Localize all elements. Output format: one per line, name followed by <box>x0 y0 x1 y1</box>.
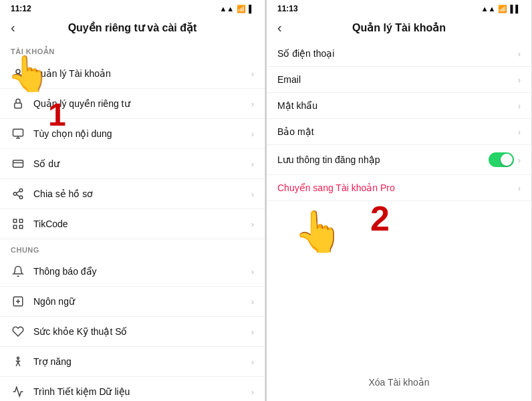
menu-item-tikcode[interactable]: TikCode › <box>0 209 265 239</box>
chevron-icon: › <box>251 357 254 367</box>
svg-point-12 <box>17 357 19 359</box>
menu-item-chuyensang[interactable]: Chuyển sang Tài khoản Pro › <box>267 175 531 201</box>
svg-rect-9 <box>13 225 17 229</box>
menu-label-tikcode: TikCode <box>33 219 251 229</box>
language-icon <box>11 294 25 309</box>
chevron-icon: › <box>518 183 521 193</box>
step-badge-2: 2 <box>370 201 390 236</box>
user-icon <box>11 66 25 81</box>
right-scroll-content[interactable]: Số điện thoại › Email › Mật khẩu › Bảo m… <box>267 41 531 401</box>
back-button-left[interactable]: ‹ <box>11 20 15 35</box>
svg-rect-8 <box>19 219 23 223</box>
chevron-icon: › <box>518 101 521 111</box>
content-icon <box>11 126 25 141</box>
menu-item-baomat[interactable]: Bảo mật › <box>267 119 531 145</box>
nav-bar-left: ‹ Quyền riêng tư và cài đặt <box>0 16 265 41</box>
status-bar-left: 11:12 ▲▲ 📶 ▌ <box>0 0 265 16</box>
svg-rect-3 <box>13 160 23 168</box>
page-title-right: Quản lý Tài khoản <box>352 21 446 34</box>
menu-item-matkhau[interactable]: Mật khẩu › <box>267 93 531 119</box>
delete-account-button[interactable]: Xóa Tài khoản <box>267 368 531 401</box>
chevron-icon: › <box>251 297 254 307</box>
svg-point-4 <box>19 189 23 192</box>
menu-label-matkhau: Mật khẩu <box>277 100 518 111</box>
menu-label-chiase: Chia sẻ hồ sơ <box>33 188 251 199</box>
menu-label-quanly-riengtu: Quản lý quyền riêng tư <box>33 98 251 109</box>
time-right: 11:13 <box>277 4 298 13</box>
menu-label-sodienthoai: Số điện thoại <box>277 48 518 59</box>
delete-account-label: Xóa Tài khoản <box>368 377 429 388</box>
menu-item-quanly-taikhoan[interactable]: Quản lý Tài khoản › <box>0 59 265 89</box>
menu-item-luuthongtin[interactable]: Lưu thông tin đăng nhập › <box>267 145 531 175</box>
menu-label-quanly-taikhoan: Quản lý Tài khoản <box>33 68 251 79</box>
menu-label-suckhoe: Sức khỏe Kỹ thuật Số <box>33 326 251 337</box>
menu-label-tietkiem: Trình Tiết kiệm Dữ liệu <box>33 386 251 397</box>
menu-label-ngonngu: Ngôn ngữ <box>33 296 251 307</box>
toggle-luuthongtin[interactable] <box>489 152 514 167</box>
balance-icon <box>11 156 25 171</box>
status-icons-right: ▲▲ 📶 ▌▌ <box>481 5 521 13</box>
chevron-icon: › <box>518 155 521 165</box>
menu-item-thongbao[interactable]: Thông báo đẩy › <box>0 257 265 287</box>
datasaver-icon <box>11 384 25 399</box>
menu-item-tronang[interactable]: Trợ năng › <box>0 347 265 377</box>
tikcode-icon <box>11 217 25 231</box>
chevron-icon: › <box>251 159 254 169</box>
svg-rect-7 <box>13 219 17 223</box>
lock-icon <box>11 96 25 111</box>
battery-icon: ▌ <box>249 5 254 13</box>
chevron-icon: › <box>251 69 254 79</box>
section-label-chung: CHUNG <box>0 239 265 257</box>
chevron-icon: › <box>251 267 254 277</box>
signal-icon-r: ▲▲ <box>481 5 496 13</box>
menu-item-tuychon[interactable]: Tùy chọn nội dung › <box>0 119 265 149</box>
svg-rect-2 <box>13 129 23 136</box>
chevron-icon: › <box>518 75 521 85</box>
svg-point-5 <box>13 192 17 196</box>
health-icon <box>11 324 25 339</box>
svg-point-6 <box>19 196 23 199</box>
back-button-right[interactable]: ‹ <box>277 20 282 35</box>
bell-icon <box>11 264 25 279</box>
wifi-icon-r: 📶 <box>498 5 507 13</box>
menu-item-email[interactable]: Email › <box>267 67 531 93</box>
menu-label-tuychon: Tùy chọn nội dung <box>33 128 251 139</box>
page-title-left: Quyền riêng tư và cài đặt <box>68 21 197 34</box>
chevron-icon: › <box>251 189 254 199</box>
menu-item-quanly-riengtu[interactable]: Quản lý quyền riêng tư › <box>0 89 265 119</box>
menu-label-luuthongtin: Lưu thông tin đăng nhập <box>277 154 489 165</box>
menu-item-chiase[interactable]: Chia sẻ hồ sơ › <box>0 179 265 209</box>
menu-label-tronang: Trợ năng <box>33 356 251 367</box>
menu-label-sodu: Số dư <box>33 158 251 169</box>
time-left: 11:12 <box>11 4 31 13</box>
svg-point-0 <box>16 70 20 74</box>
status-bar-right: 11:13 ▲▲ 📶 ▌▌ <box>267 0 531 16</box>
menu-item-sodu[interactable]: Số dư › <box>0 149 265 179</box>
battery-icon-r: ▌▌ <box>510 5 521 13</box>
signal-icon: ▲▲ <box>219 5 234 13</box>
menu-label-baomat: Bảo mật <box>277 126 518 137</box>
menu-label-chuyensang: Chuyển sang Tài khoản Pro <box>277 182 518 193</box>
phone-right: 11:13 ▲▲ 📶 ▌▌ ‹ Quản lý Tài khoản Số điệ… <box>267 0 532 401</box>
menu-label-thongbao: Thông báo đẩy <box>33 266 251 277</box>
menu-item-tietkiem[interactable]: Trình Tiết kiệm Dữ liệu › <box>0 377 265 401</box>
chevron-icon: › <box>251 327 254 337</box>
nav-bar-right: ‹ Quản lý Tài khoản <box>267 16 531 41</box>
chevron-icon: › <box>251 99 254 109</box>
menu-item-sodienthoai[interactable]: Số điện thoại › <box>267 41 531 67</box>
menu-label-email: Email <box>277 74 518 85</box>
svg-rect-10 <box>19 225 23 229</box>
menu-item-ngonngu[interactable]: Ngôn ngữ › <box>0 287 265 317</box>
left-scroll-content[interactable]: TÀI KHOẢN Quản lý Tài khoản › Quản lý qu… <box>0 41 265 401</box>
pointer-hand-2: 👆 <box>293 208 344 255</box>
svg-rect-1 <box>15 103 22 108</box>
section-label-taikhoan: TÀI KHOẢN <box>0 41 265 59</box>
chevron-icon: › <box>251 219 254 229</box>
menu-item-suckhoe[interactable]: Sức khỏe Kỹ thuật Số › <box>0 317 265 347</box>
status-icons-left: ▲▲ 📶 ▌ <box>219 5 254 13</box>
share-icon <box>11 186 25 201</box>
phone-left: 11:12 ▲▲ 📶 ▌ ‹ Quyền riêng tư và cài đặt… <box>0 0 265 401</box>
chevron-icon: › <box>518 127 521 137</box>
wifi-icon: 📶 <box>237 5 246 13</box>
chevron-icon: › <box>251 129 254 139</box>
